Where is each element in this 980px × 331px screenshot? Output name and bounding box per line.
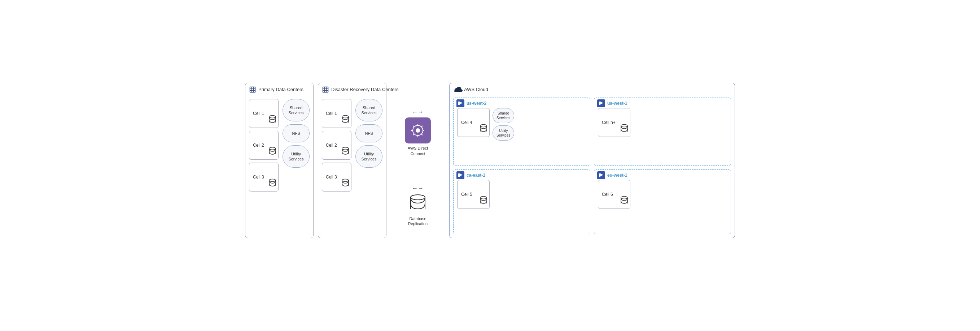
svg-point-58: [621, 197, 627, 199]
building-icon: [249, 86, 256, 95]
region-us-west-2: us-west-2 Cell 4 SharedServices Utilit: [453, 98, 590, 166]
svg-line-37: [413, 134, 414, 135]
flag-icon-eu-west-1: [597, 171, 605, 179]
dr-cell-2-label: Cell 2: [326, 143, 337, 148]
aws-dc-label: AWS DirectConnect: [408, 146, 428, 156]
svg-point-8: [269, 147, 276, 150]
us-west-2-shared-cloud: SharedServices: [493, 108, 514, 123]
svg-marker-52: [460, 173, 463, 176]
dr-cell-3-label: Cell 3: [326, 174, 337, 179]
dr-dc-label: Disaster Recovery Data Centers: [331, 87, 398, 92]
dr-utility-services-label: UtilityServices: [361, 152, 376, 162]
cell-4: Cell 4: [457, 108, 490, 137]
aws-dc-arrows: ←→: [412, 109, 423, 115]
svg-marker-57: [600, 173, 603, 176]
cell-6: Cell 6: [598, 180, 630, 209]
primary-shared-services-label: SharedServices: [288, 105, 304, 116]
flag-icon-ca-east-1: [457, 171, 465, 179]
db-icon-cell4: [480, 124, 487, 134]
db-icon-cell5: [480, 196, 487, 206]
db-arrows: ←→: [412, 185, 423, 192]
svg-point-38: [410, 195, 425, 200]
primary-cell-3: Cell 3: [249, 163, 278, 192]
svg-rect-56: [599, 173, 600, 177]
region-us-west-2-label: us-west-2: [466, 101, 487, 106]
primary-cell-2-label: Cell 2: [253, 143, 264, 148]
dr-dc-section: Disaster Recovery Data Centers Cell 1 Ce…: [318, 83, 387, 238]
svg-point-53: [480, 197, 487, 199]
svg-marker-42: [460, 102, 463, 104]
primary-clouds: SharedServices NFS UtilityServices: [283, 99, 310, 192]
cell-6-label: Cell 6: [602, 192, 613, 197]
db-icon-celln: [620, 124, 628, 134]
eu-west-1-inner: Cell 6: [598, 180, 727, 209]
region-us-west-1-label: us-west-1: [607, 101, 627, 106]
svg-rect-0: [250, 87, 256, 93]
svg-rect-51: [458, 173, 460, 177]
connector-area: ←→ AWS DirectConnect: [391, 83, 445, 238]
cell-n-label: Cell n+: [602, 120, 616, 125]
svg-point-19: [342, 116, 348, 118]
primary-nfs-cloud: NFS: [283, 124, 310, 142]
db-double-arrow-icon: ←→: [412, 185, 423, 192]
svg-point-5: [269, 116, 276, 118]
svg-point-11: [269, 179, 276, 182]
db-icon-cell6: [620, 196, 628, 206]
primary-cell-1-label: Cell 1: [253, 111, 264, 116]
svg-rect-14: [323, 87, 328, 93]
svg-rect-46: [599, 102, 600, 105]
primary-dc-inner: Cell 1 Cell 2 Cell 3: [249, 99, 310, 192]
db-icon-dr-cell3: [342, 179, 349, 189]
region-eu-west-1-label: eu-west-1: [607, 173, 627, 178]
svg-line-34: [413, 126, 414, 127]
db-icon-cell1: [269, 115, 276, 125]
us-west-2-clouds: SharedServices UtilityServices: [493, 108, 514, 141]
dr-cell-1: Cell 1: [322, 99, 352, 128]
us-west-2-utility-label: UtilityServices: [496, 129, 510, 138]
dr-cell-2: Cell 2: [322, 131, 352, 160]
ca-east-1-inner: Cell 5: [457, 180, 586, 209]
dr-cells: Cell 1 Cell 2 Cell 3: [322, 99, 353, 192]
region-eu-west-1: eu-west-1 Cell 6: [594, 169, 731, 234]
db-rep-icon: [410, 193, 426, 214]
regions-grid: us-west-2 Cell 4 SharedServices Utilit: [453, 98, 731, 234]
flag-icon-us-west-1: [597, 99, 605, 107]
svg-line-35: [422, 134, 423, 135]
dr-shared-services-label: SharedServices: [361, 105, 376, 116]
us-west-2-inner: Cell 4 SharedServices UtilityServices: [457, 108, 586, 141]
svg-rect-41: [458, 102, 460, 105]
svg-point-22: [342, 147, 348, 150]
svg-line-36: [422, 126, 423, 127]
db-icon-cell3: [269, 179, 276, 189]
svg-point-43: [480, 125, 487, 127]
primary-utility-services-label: UtilityServices: [288, 152, 304, 162]
region-ca-east-1: ca-east-1 Cell 5: [453, 169, 590, 234]
aws-cloud-section: AWS Cloud us-west-2 Cell 4: [449, 83, 735, 238]
dr-dc-inner: Cell 1 Cell 2 Cell 3: [322, 99, 382, 192]
db-icon-dr-cell2: [342, 147, 349, 157]
primary-utility-services-cloud: UtilityServices: [283, 145, 310, 168]
aws-cloud-icon: [453, 86, 463, 95]
dr-nfs-label: NFS: [365, 131, 373, 136]
us-west-2-shared-label: SharedServices: [496, 111, 510, 120]
aws-dc-icon-box: [405, 117, 431, 144]
svg-point-48: [621, 125, 627, 127]
us-west-1-inner: Cell n+: [598, 108, 727, 137]
us-west-2-utility-cloud: UtilityServices: [493, 125, 514, 141]
svg-point-25: [342, 179, 348, 182]
primary-cells: Cell 1 Cell 2 Cell 3: [249, 99, 280, 192]
primary-dc-label: Primary Data Centers: [258, 87, 304, 92]
db-replication-label: DatabaseReplication: [408, 216, 428, 227]
left-arrow-icon: ←→: [412, 109, 423, 115]
dr-cell-1-label: Cell 1: [326, 111, 337, 116]
region-ca-east-1-label: ca-east-1: [466, 173, 485, 178]
region-us-west-1: us-west-1 Cell n+: [594, 98, 731, 166]
primary-dc-section: Primary Data Centers Cell 1 Cell 2: [245, 83, 313, 238]
aws-direct-connect: ←→ AWS DirectConnect: [405, 109, 431, 156]
svg-point-29: [416, 128, 420, 133]
aws-cloud-label: AWS Cloud: [464, 87, 488, 92]
dr-shared-services-cloud: SharedServices: [355, 99, 382, 122]
dr-clouds: SharedServices NFS UtilityServices: [355, 99, 382, 192]
primary-cell-1: Cell 1: [249, 99, 278, 128]
cell-5: Cell 5: [457, 180, 490, 209]
